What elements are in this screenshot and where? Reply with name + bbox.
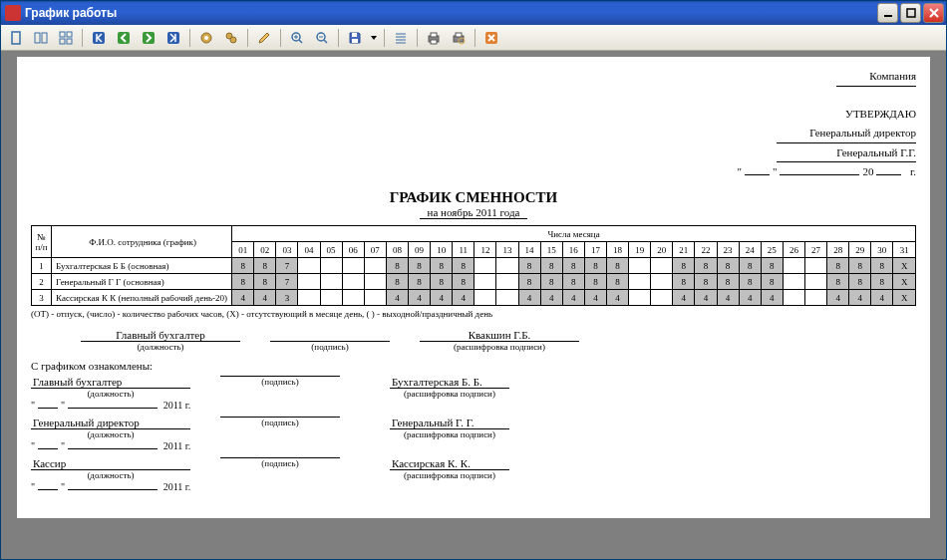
day-cell — [804, 290, 826, 306]
settings-icon[interactable] — [195, 27, 217, 49]
day-header: 18 — [606, 242, 628, 258]
nav-last-icon[interactable] — [162, 27, 184, 49]
day-cell: X — [893, 290, 916, 306]
svg-rect-26 — [352, 33, 357, 37]
day-cell — [629, 290, 651, 306]
zoom-out-icon[interactable] — [311, 27, 333, 49]
svg-point-16 — [204, 36, 208, 40]
day-cell — [320, 258, 342, 274]
edit-icon[interactable] — [253, 27, 275, 49]
ack-name: Генеральный Г. Г. — [390, 417, 509, 429]
day-cell — [651, 290, 673, 306]
scroll-container[interactable]: Компания УТВЕРЖДАЮ Генеральный директор … — [7, 57, 940, 553]
table-row: 1Бухгалтерская Б Б (основная)88788888888… — [32, 258, 916, 274]
day-cell: 4 — [871, 290, 893, 306]
day-cell: 4 — [739, 290, 761, 306]
day-cell: 8 — [871, 274, 893, 290]
svg-rect-10 — [67, 39, 72, 44]
svg-rect-5 — [35, 33, 40, 43]
print-icon[interactable] — [423, 27, 445, 49]
day-cell — [298, 290, 320, 306]
day-cell — [342, 258, 364, 274]
day-cell — [629, 258, 651, 274]
day-cell: X — [893, 258, 916, 274]
day-cell: 4 — [849, 290, 871, 306]
day-cell: 4 — [562, 290, 584, 306]
svg-rect-34 — [431, 40, 437, 44]
day-cell: 8 — [673, 258, 695, 274]
day-cell: 4 — [518, 290, 540, 306]
print-preview-icon[interactable] — [448, 27, 470, 49]
day-cell: 4 — [386, 290, 408, 306]
day-header: 14 — [518, 242, 540, 258]
day-cell: 8 — [871, 258, 893, 274]
nav-prev-icon[interactable] — [113, 27, 135, 49]
list-icon[interactable] — [390, 27, 412, 49]
row-num: 2 — [32, 274, 52, 290]
day-cell: 4 — [540, 290, 562, 306]
day-header: 05 — [320, 242, 342, 258]
sig-decode-caption: (расшифровка подписи) — [454, 342, 545, 352]
close-button[interactable] — [923, 3, 944, 23]
day-header: 06 — [342, 242, 364, 258]
exit-icon[interactable] — [480, 27, 502, 49]
day-cell: 8 — [739, 274, 761, 290]
signature-block: Главный бухгалтер (должность) (подпись) … — [31, 329, 916, 352]
day-header: 07 — [364, 242, 386, 258]
day-header: 24 — [739, 242, 761, 258]
day-header: 10 — [431, 242, 453, 258]
day-cell: 8 — [849, 258, 871, 274]
day-cell: 8 — [606, 274, 628, 290]
day-cell: 7 — [276, 274, 298, 290]
day-header: 02 — [254, 242, 276, 258]
day-cell — [496, 258, 518, 274]
day-cell: 8 — [453, 274, 474, 290]
nav-first-icon[interactable] — [88, 27, 110, 49]
maximize-button[interactable] — [900, 3, 921, 23]
doc-header-right: Компания УТВЕРЖДАЮ Генеральный директор … — [31, 67, 916, 181]
page-grid-icon[interactable] — [55, 27, 77, 49]
settings2-icon[interactable] — [220, 27, 242, 49]
save-icon[interactable] — [344, 27, 366, 49]
day-cell: 8 — [518, 258, 540, 274]
day-cell: 7 — [276, 258, 298, 274]
day-cell: 8 — [695, 258, 717, 274]
sig-sign-caption: (подпись) — [311, 342, 348, 352]
day-header: 11 — [453, 242, 474, 258]
day-header: 16 — [562, 242, 584, 258]
title-bar: График работы — [1, 1, 946, 25]
day-cell — [364, 290, 386, 306]
employee-name: Бухгалтерская Б Б (основная) — [52, 258, 232, 274]
day-cell — [320, 290, 342, 306]
page-double-icon[interactable] — [30, 27, 52, 49]
minimize-button[interactable] — [877, 3, 898, 23]
day-cell: 8 — [761, 258, 783, 274]
day-cell — [342, 274, 364, 290]
approve-label: УТВЕРЖДАЮ — [31, 105, 916, 124]
approver-name: Генеральный Г.Г. — [777, 143, 916, 163]
day-cell — [804, 258, 826, 274]
day-cell — [474, 290, 496, 306]
day-cell — [783, 274, 804, 290]
day-cell — [629, 274, 651, 290]
day-header: 26 — [783, 242, 804, 258]
svg-rect-33 — [431, 33, 437, 37]
day-cell — [651, 274, 673, 290]
nav-next-icon[interactable] — [138, 27, 159, 49]
ack-position: Кассир — [31, 457, 190, 470]
day-cell: 8 — [386, 274, 408, 290]
col-name-header: Ф.И.О. сотрудника (график) — [52, 226, 232, 258]
day-cell: 8 — [409, 258, 431, 274]
table-row: 3Кассирская К К (неполный рабочий день-2… — [32, 290, 916, 306]
day-cell: 4 — [409, 290, 431, 306]
schedule-table: № п/п Ф.И.О. сотрудника (график) Числа м… — [31, 225, 916, 306]
page-single-icon[interactable] — [5, 27, 27, 49]
day-cell: 8 — [540, 274, 562, 290]
col-number-header: № п/п — [32, 226, 52, 258]
save-dropdown-icon[interactable] — [369, 27, 379, 49]
day-cell: 8 — [562, 274, 584, 290]
zoom-in-icon[interactable] — [286, 27, 308, 49]
toolbar — [1, 25, 946, 51]
svg-rect-27 — [352, 39, 358, 43]
svg-rect-12 — [118, 32, 130, 44]
